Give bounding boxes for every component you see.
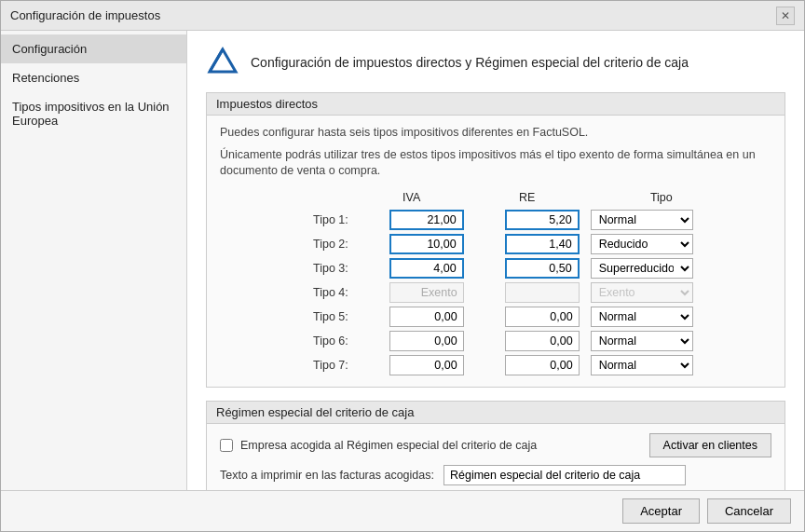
main-header: Configuración de impuestos directos y Ré… — [206, 46, 785, 79]
activar-clientes-button[interactable]: Activar en clientes — [649, 433, 771, 457]
tax-iva-input[interactable] — [389, 234, 464, 254]
tax-row-label: Tipo 3: — [253, 256, 354, 280]
col-empty — [253, 187, 354, 208]
tax-re-cell — [470, 232, 585, 256]
title-bar: Configuración de impuestos ✕ — [1, 1, 804, 31]
tax-row: Tipo 1:NormalReducidoSuperreducidoExento — [253, 208, 738, 232]
tax-row-label: Tipo 1: — [253, 208, 354, 232]
tax-row: Tipo 3:NormalReducidoSuperreducidoExento — [253, 256, 738, 280]
tax-re-input[interactable] — [505, 258, 580, 279]
regimen-text-row: Texto a imprimir en las facturas acogida… — [220, 465, 771, 485]
tax-re-cell — [470, 208, 585, 232]
regimen-texto-input[interactable] — [443, 465, 686, 485]
impuestos-directos-content: Puedes configurar hasta seis tipos impos… — [207, 116, 785, 387]
regimen-title: Régimen especial del criterio de caja — [207, 402, 785, 424]
tax-row: Tipo 4:Exento — [253, 280, 738, 305]
tax-re-cell — [470, 305, 585, 329]
dialog-title: Configuración de impuestos — [10, 8, 160, 22]
tax-tipo-select[interactable]: NormalReducidoSuperreducidoExento — [591, 258, 693, 279]
tax-tipo-cell: NormalReducidoSuperreducidoExento — [585, 329, 738, 353]
regimen-texto-label: Texto a imprimir en las facturas acogida… — [220, 469, 434, 482]
tax-tipo-select[interactable]: NormalReducidoSuperreducidoExento — [591, 331, 693, 351]
sidebar-item-tipos-ue[interactable]: Tipos impositivos en la Unión Europea — [1, 92, 186, 135]
tax-table-wrapper: IVA RE Tipo Tipo 1:NormalReducidoSuperre… — [220, 187, 771, 377]
sidebar-item-retenciones[interactable]: Retenciones — [1, 63, 186, 92]
tax-iva-cell — [354, 280, 470, 305]
cancelar-button[interactable]: Cancelar — [707, 498, 791, 524]
col-re: RE — [470, 187, 585, 208]
tax-re-input — [505, 282, 580, 303]
main-title: Configuración de impuestos directos y Ré… — [251, 55, 689, 70]
tax-re-input[interactable] — [505, 355, 580, 375]
tax-tipo-cell: Exento — [585, 280, 738, 305]
tax-tipo-cell: NormalReducidoSuperreducidoExento — [585, 256, 738, 280]
col-iva: IVA — [354, 187, 470, 208]
tax-re-cell — [470, 280, 585, 305]
svg-marker-0 — [210, 49, 236, 72]
info-text-1: Puedes configurar hasta seis tipos impos… — [220, 125, 771, 142]
tax-iva-cell — [354, 329, 470, 353]
impuestos-directos-section: Impuestos directos Puedes configurar has… — [206, 92, 785, 388]
tax-row-label: Tipo 6: — [253, 329, 354, 353]
tax-row: Tipo 7:NormalReducidoSuperreducidoExento — [253, 353, 738, 377]
tax-iva-cell — [354, 353, 470, 377]
app-logo-icon — [206, 46, 239, 79]
tax-re-cell — [470, 256, 585, 280]
tax-tipo-select: Exento — [591, 282, 693, 303]
tax-tipo-select[interactable]: NormalReducidoSuperreducidoExento — [591, 307, 693, 327]
tax-tipo-cell: NormalReducidoSuperreducidoExento — [585, 353, 738, 377]
tax-tipo-select[interactable]: NormalReducidoSuperreducidoExento — [591, 234, 693, 254]
tax-iva-input — [389, 282, 464, 303]
tax-iva-input[interactable] — [389, 331, 464, 351]
tax-iva-input[interactable] — [389, 355, 464, 375]
tax-row-label: Tipo 4: — [253, 280, 354, 305]
tax-row: Tipo 6:NormalReducidoSuperreducidoExento — [253, 329, 738, 353]
tax-re-input[interactable] — [505, 234, 580, 254]
tax-re-cell — [470, 329, 585, 353]
tax-iva-cell — [354, 305, 470, 329]
tax-iva-cell — [354, 232, 470, 256]
regimen-checkbox[interactable] — [220, 439, 233, 452]
regimen-section: Régimen especial del criterio de caja Em… — [206, 401, 785, 491]
sidebar-item-configuracion[interactable]: Configuración — [1, 34, 186, 63]
tax-iva-cell — [354, 208, 470, 232]
tax-iva-cell — [354, 256, 470, 280]
col-tipo: Tipo — [585, 187, 738, 208]
svg-line-1 — [210, 49, 223, 72]
tax-tipo-select[interactable]: NormalReducidoSuperreducidoExento — [591, 210, 693, 230]
dialog: Configuración de impuestos ✕ Configuraci… — [0, 0, 805, 532]
tax-tipo-cell: NormalReducidoSuperreducidoExento — [585, 208, 738, 232]
tax-re-cell — [470, 353, 585, 377]
sidebar: ConfiguraciónRetencionesTipos impositivo… — [1, 31, 187, 490]
tax-tipo-select[interactable]: NormalReducidoSuperreducidoExento — [591, 355, 693, 375]
tax-row-label: Tipo 5: — [253, 305, 354, 329]
tax-re-input[interactable] — [505, 331, 580, 351]
bottom-bar: Aceptar Cancelar — [1, 490, 804, 531]
tax-iva-input[interactable] — [389, 258, 464, 279]
tax-tipo-cell: NormalReducidoSuperreducidoExento — [585, 232, 738, 256]
tax-row-label: Tipo 2: — [253, 232, 354, 256]
dialog-body: ConfiguraciónRetencionesTipos impositivo… — [1, 31, 804, 490]
regimen-content: Empresa acogida al Régimen especial del … — [207, 424, 785, 491]
tax-tipo-cell: NormalReducidoSuperreducidoExento — [585, 305, 738, 329]
tax-re-input[interactable] — [505, 307, 580, 327]
tax-row-label: Tipo 7: — [253, 353, 354, 377]
tax-table: IVA RE Tipo Tipo 1:NormalReducidoSuperre… — [253, 187, 738, 377]
main-content: Configuración de impuestos directos y Ré… — [187, 31, 804, 490]
tax-iva-input[interactable] — [389, 210, 464, 230]
regimen-checkbox-row: Empresa acogida al Régimen especial del … — [220, 433, 771, 457]
tax-row: Tipo 2:NormalReducidoSuperreducidoExento — [253, 232, 738, 256]
info-text-2: Únicamente podrás utilizar tres de estos… — [220, 147, 771, 180]
impuestos-directos-title: Impuestos directos — [207, 93, 785, 116]
tax-iva-input[interactable] — [389, 307, 464, 327]
tax-re-input[interactable] — [505, 210, 580, 230]
tax-row: Tipo 5:NormalReducidoSuperreducidoExento — [253, 305, 738, 329]
close-button[interactable]: ✕ — [776, 7, 795, 25]
regimen-checkbox-label: Empresa acogida al Régimen especial del … — [240, 439, 537, 452]
aceptar-button[interactable]: Aceptar — [622, 498, 700, 524]
